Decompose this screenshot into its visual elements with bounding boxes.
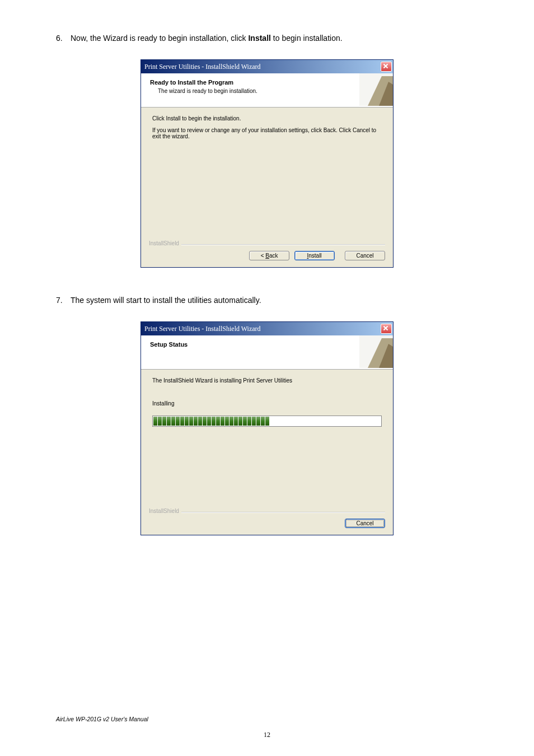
brand-label: InstallShield [149, 508, 181, 514]
dialog-header: Ready to Install the Program The wizard … [141, 73, 393, 108]
step-6-text: 6.Now, the Wizard is ready to begin inst… [56, 34, 478, 43]
window-title: Print Server Utilities - InstallShield W… [144, 325, 261, 333]
window-title: Print Server Utilities - InstallShield W… [144, 63, 261, 71]
cancel-button[interactable]: Cancel [345, 519, 385, 528]
separator [149, 244, 385, 245]
status-text: Installing [152, 400, 382, 407]
body-line-1: Click Install to begin the installation. [152, 115, 382, 122]
body-line-1: The InstallShield Wizard is installing P… [152, 377, 382, 384]
dialog-body: The InstallShield Wizard is installing P… [141, 370, 393, 498]
wizard-graphic-icon [359, 335, 393, 368]
titlebar: Print Server Utilities - InstallShield W… [141, 60, 393, 73]
separator [149, 512, 385, 513]
install-ready-dialog: Print Server Utilities - InstallShield W… [140, 59, 394, 268]
close-icon[interactable] [381, 324, 392, 334]
wizard-graphic-icon [359, 73, 393, 106]
brand-label: InstallShield [149, 240, 181, 246]
footer-text: AirLive WP-201G v2 User's Manual [56, 716, 148, 722]
titlebar: Print Server Utilities - InstallShield W… [141, 322, 393, 335]
header-title: Ready to Install the Program [150, 79, 384, 86]
setup-status-dialog: Print Server Utilities - InstallShield W… [140, 321, 394, 535]
step-7-text: 7.The system will start to install the u… [56, 296, 478, 305]
page-number: 12 [0, 731, 534, 739]
close-icon[interactable] [381, 62, 392, 72]
cancel-button[interactable]: Cancel [345, 251, 385, 260]
back-button[interactable]: < Back [249, 251, 289, 260]
dialog-header: Setup Status [141, 335, 393, 370]
header-title: Setup Status [150, 341, 384, 348]
header-subtitle: The wizard is ready to begin installatio… [158, 88, 384, 94]
install-button[interactable]: Install [294, 251, 335, 260]
body-line-2: If you want to review or change any of y… [152, 127, 382, 139]
dialog-body: Click Install to begin the installation.… [141, 108, 393, 231]
progress-bar [152, 416, 382, 427]
dialog-footer: InstallShield Cancel [141, 498, 393, 535]
dialog-footer: InstallShield < Back Install Cancel [141, 231, 393, 267]
